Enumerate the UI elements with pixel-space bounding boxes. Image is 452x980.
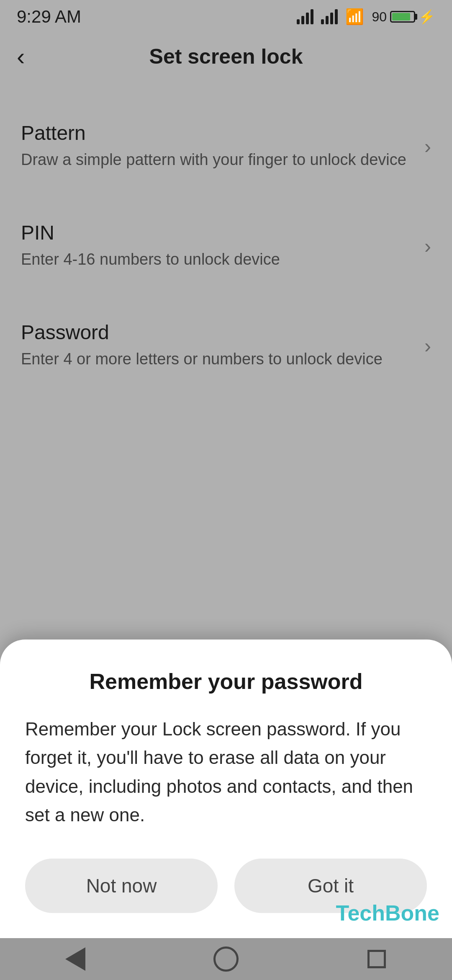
sheet-body: Remember your Lock screen password. If y… xyxy=(25,715,427,829)
wifi-icon: 📶 xyxy=(345,8,364,26)
nav-home-icon xyxy=(213,946,239,972)
pattern-option-text: Pattern Draw a simple pattern with your … xyxy=(21,121,416,171)
signal-bar xyxy=(321,19,324,24)
signal-icon-2 xyxy=(321,9,338,24)
chevron-right-icon: › xyxy=(424,235,431,258)
techbone-watermark: TechBone xyxy=(336,900,439,926)
signal-bar xyxy=(306,13,309,24)
main-content: Pattern Draw a simple pattern with your … xyxy=(0,80,452,429)
pattern-desc: Draw a simple pattern with your finger t… xyxy=(21,149,416,171)
pattern-option[interactable]: Pattern Draw a simple pattern with your … xyxy=(21,105,431,188)
password-title: Password xyxy=(21,321,416,344)
signal-icon-1 xyxy=(297,9,313,24)
battery-container: 90 ⚡ xyxy=(372,9,435,25)
nav-bar xyxy=(0,938,452,980)
not-now-button[interactable]: Not now xyxy=(25,859,218,913)
page-title: Set screen lock xyxy=(149,44,303,69)
pin-option[interactable]: PIN Enter 4-16 numbers to unlock device … xyxy=(21,204,431,287)
signal-bar xyxy=(301,16,304,24)
pin-option-text: PIN Enter 4-16 numbers to unlock device xyxy=(21,221,416,271)
chevron-right-icon: › xyxy=(424,135,431,158)
signal-bar xyxy=(330,13,333,24)
nav-recent-icon xyxy=(367,950,386,968)
pattern-title: Pattern xyxy=(21,121,416,144)
battery-icon xyxy=(390,11,415,23)
chevron-right-icon: › xyxy=(424,334,431,357)
nav-home-button[interactable] xyxy=(209,942,243,976)
nav-recent-button[interactable] xyxy=(360,942,393,976)
password-option-text: Password Enter 4 or more letters or numb… xyxy=(21,321,416,370)
back-button[interactable]: ‹ xyxy=(17,44,25,69)
bottom-sheet: Remember your password Remember your Loc… xyxy=(0,640,452,938)
battery-fill xyxy=(392,13,410,21)
header: ‹ Set screen lock xyxy=(0,34,452,80)
status-icons: 📶 90 ⚡ xyxy=(297,8,435,26)
password-desc: Enter 4 or more letters or numbers to un… xyxy=(21,348,416,370)
nav-back-icon xyxy=(65,947,85,971)
signal-bar xyxy=(335,9,338,24)
signal-bar xyxy=(297,19,300,24)
signal-bar xyxy=(311,9,313,24)
status-time: 9:29 AM xyxy=(17,7,81,27)
signal-bar xyxy=(326,16,329,24)
battery-percent: 90 xyxy=(372,9,387,25)
nav-back-button[interactable] xyxy=(59,942,92,976)
pin-desc: Enter 4-16 numbers to unlock device xyxy=(21,248,416,271)
bolt-icon: ⚡ xyxy=(419,9,435,25)
pin-title: PIN xyxy=(21,221,416,244)
password-option[interactable]: Password Enter 4 or more letters or numb… xyxy=(21,304,431,387)
status-bar: 9:29 AM 📶 90 ⚡ xyxy=(0,0,452,34)
sheet-title: Remember your password xyxy=(25,669,427,694)
